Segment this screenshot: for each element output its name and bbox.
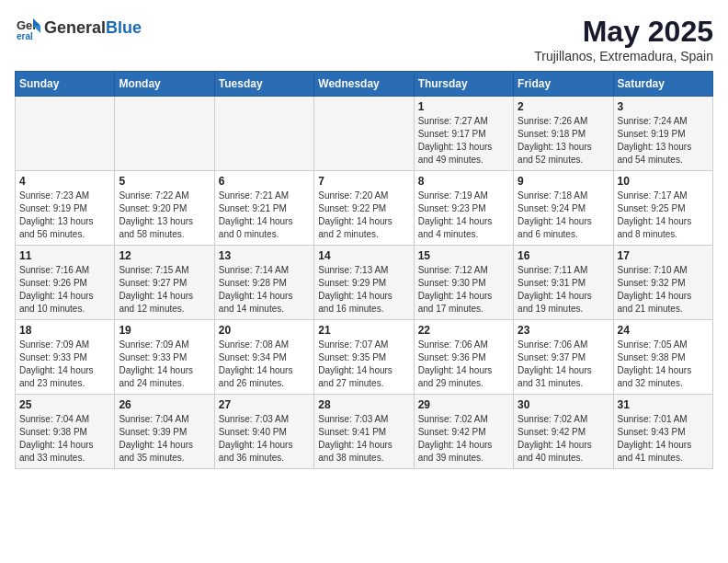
day-number: 22 [418, 324, 509, 337]
day-number: 7 [318, 175, 409, 188]
day-header-thursday: Thursday [414, 72, 513, 97]
calendar-cell: 20Sunrise: 7:08 AM Sunset: 9:34 PM Dayli… [214, 320, 313, 395]
day-header-tuesday: Tuesday [214, 72, 313, 97]
calendar-cell [314, 97, 414, 171]
calendar-cell: 29Sunrise: 7:02 AM Sunset: 9:42 PM Dayli… [414, 395, 513, 469]
calendar-cell: 12Sunrise: 7:15 AM Sunset: 9:27 PM Dayli… [115, 246, 214, 320]
calendar-cell: 25Sunrise: 7:04 AM Sunset: 9:38 PM Dayli… [16, 395, 115, 469]
day-number: 12 [119, 249, 210, 262]
day-info: Sunrise: 7:10 AM Sunset: 9:32 PM Dayligh… [618, 264, 709, 316]
day-number: 10 [618, 175, 709, 188]
day-number: 21 [318, 324, 409, 337]
day-number: 17 [618, 249, 709, 262]
day-number: 6 [219, 175, 310, 188]
logo-text-general: General [44, 18, 106, 37]
day-info: Sunrise: 7:04 AM Sunset: 9:39 PM Dayligh… [119, 413, 210, 465]
title-area: May 2025 Trujillanos, Extremadura, Spain [534, 15, 713, 63]
day-number: 30 [518, 398, 609, 411]
day-number: 19 [119, 324, 210, 337]
calendar-cell: 22Sunrise: 7:06 AM Sunset: 9:36 PM Dayli… [414, 320, 513, 395]
day-info: Sunrise: 7:21 AM Sunset: 9:21 PM Dayligh… [219, 190, 310, 241]
day-info: Sunrise: 7:27 AM Sunset: 9:17 PM Dayligh… [418, 115, 509, 167]
logo-text-blue: Blue [106, 18, 142, 37]
day-info: Sunrise: 7:07 AM Sunset: 9:35 PM Dayligh… [318, 339, 409, 390]
day-number: 31 [618, 398, 709, 411]
day-number: 5 [119, 175, 210, 188]
day-number: 27 [219, 398, 310, 411]
calendar-cell: 27Sunrise: 7:03 AM Sunset: 9:40 PM Dayli… [214, 395, 313, 469]
calendar-body: 1Sunrise: 7:27 AM Sunset: 9:17 PM Daylig… [16, 97, 713, 469]
calendar-cell: 9Sunrise: 7:18 AM Sunset: 9:24 PM Daylig… [514, 171, 613, 246]
day-header-friday: Friday [514, 72, 613, 97]
calendar-header-row: SundayMondayTuesdayWednesdayThursdayFrid… [16, 72, 713, 97]
day-info: Sunrise: 7:15 AM Sunset: 9:27 PM Dayligh… [119, 264, 210, 316]
calendar-cell: 19Sunrise: 7:09 AM Sunset: 9:33 PM Dayli… [115, 320, 214, 395]
main-title: May 2025 [534, 15, 713, 49]
day-info: Sunrise: 7:03 AM Sunset: 9:41 PM Dayligh… [318, 413, 409, 465]
day-number: 18 [19, 324, 110, 337]
day-number: 8 [418, 175, 509, 188]
day-number: 3 [618, 100, 709, 113]
calendar-week-row: 4Sunrise: 7:23 AM Sunset: 9:19 PM Daylig… [16, 171, 713, 246]
day-info: Sunrise: 7:09 AM Sunset: 9:33 PM Dayligh… [19, 339, 110, 390]
day-number: 15 [418, 249, 509, 262]
day-number: 14 [318, 249, 409, 262]
calendar-cell: 1Sunrise: 7:27 AM Sunset: 9:17 PM Daylig… [414, 97, 513, 171]
calendar-cell: 23Sunrise: 7:06 AM Sunset: 9:37 PM Dayli… [514, 320, 613, 395]
day-number: 9 [518, 175, 609, 188]
calendar-cell: 11Sunrise: 7:16 AM Sunset: 9:26 PM Dayli… [16, 246, 115, 320]
day-info: Sunrise: 7:19 AM Sunset: 9:23 PM Dayligh… [418, 190, 509, 241]
calendar-cell: 26Sunrise: 7:04 AM Sunset: 9:39 PM Dayli… [115, 395, 214, 469]
calendar-cell: 18Sunrise: 7:09 AM Sunset: 9:33 PM Dayli… [16, 320, 115, 395]
calendar-cell: 30Sunrise: 7:02 AM Sunset: 9:42 PM Dayli… [514, 395, 613, 469]
calendar-week-row: 18Sunrise: 7:09 AM Sunset: 9:33 PM Dayli… [16, 320, 713, 395]
calendar-cell: 3Sunrise: 7:24 AM Sunset: 9:19 PM Daylig… [613, 97, 712, 171]
day-info: Sunrise: 7:03 AM Sunset: 9:40 PM Dayligh… [219, 413, 310, 465]
day-header-wednesday: Wednesday [314, 72, 414, 97]
calendar-cell: 15Sunrise: 7:12 AM Sunset: 9:30 PM Dayli… [414, 246, 513, 320]
day-info: Sunrise: 7:01 AM Sunset: 9:43 PM Dayligh… [618, 413, 709, 465]
day-number: 29 [418, 398, 509, 411]
day-number: 24 [618, 324, 709, 337]
day-number: 4 [19, 175, 110, 188]
day-info: Sunrise: 7:12 AM Sunset: 9:30 PM Dayligh… [418, 264, 509, 316]
calendar-cell: 17Sunrise: 7:10 AM Sunset: 9:32 PM Dayli… [613, 246, 712, 320]
calendar-table: SundayMondayTuesdayWednesdayThursdayFrid… [15, 71, 713, 469]
day-info: Sunrise: 7:08 AM Sunset: 9:34 PM Dayligh… [219, 339, 310, 390]
logo-icon: Gen eral [15, 15, 40, 40]
calendar-cell [16, 97, 115, 171]
day-number: 20 [219, 324, 310, 337]
day-info: Sunrise: 7:11 AM Sunset: 9:31 PM Dayligh… [518, 264, 609, 316]
calendar-week-row: 25Sunrise: 7:04 AM Sunset: 9:38 PM Dayli… [16, 395, 713, 469]
calendar-cell: 24Sunrise: 7:05 AM Sunset: 9:38 PM Dayli… [613, 320, 712, 395]
day-number: 28 [318, 398, 409, 411]
day-number: 26 [119, 398, 210, 411]
day-info: Sunrise: 7:22 AM Sunset: 9:20 PM Dayligh… [119, 190, 210, 241]
sub-title: Trujillanos, Extremadura, Spain [534, 49, 713, 63]
calendar-week-row: 11Sunrise: 7:16 AM Sunset: 9:26 PM Dayli… [16, 246, 713, 320]
day-number: 23 [518, 324, 609, 337]
day-info: Sunrise: 7:14 AM Sunset: 9:28 PM Dayligh… [219, 264, 310, 316]
day-number: 25 [19, 398, 110, 411]
day-info: Sunrise: 7:06 AM Sunset: 9:36 PM Dayligh… [418, 339, 509, 390]
day-info: Sunrise: 7:20 AM Sunset: 9:22 PM Dayligh… [318, 190, 409, 241]
day-info: Sunrise: 7:02 AM Sunset: 9:42 PM Dayligh… [518, 413, 609, 465]
day-info: Sunrise: 7:16 AM Sunset: 9:26 PM Dayligh… [19, 264, 110, 316]
day-number: 1 [418, 100, 509, 113]
calendar-cell: 6Sunrise: 7:21 AM Sunset: 9:21 PM Daylig… [214, 171, 313, 246]
day-info: Sunrise: 7:18 AM Sunset: 9:24 PM Dayligh… [518, 190, 609, 241]
day-number: 16 [518, 249, 609, 262]
day-info: Sunrise: 7:09 AM Sunset: 9:33 PM Dayligh… [119, 339, 210, 390]
calendar-cell: 31Sunrise: 7:01 AM Sunset: 9:43 PM Dayli… [613, 395, 712, 469]
day-info: Sunrise: 7:13 AM Sunset: 9:29 PM Dayligh… [318, 264, 409, 316]
calendar-cell: 13Sunrise: 7:14 AM Sunset: 9:28 PM Dayli… [214, 246, 313, 320]
day-info: Sunrise: 7:17 AM Sunset: 9:25 PM Dayligh… [618, 190, 709, 241]
day-info: Sunrise: 7:04 AM Sunset: 9:38 PM Dayligh… [19, 413, 110, 465]
calendar-cell: 4Sunrise: 7:23 AM Sunset: 9:19 PM Daylig… [16, 171, 115, 246]
day-header-monday: Monday [115, 72, 214, 97]
calendar-cell: 28Sunrise: 7:03 AM Sunset: 9:41 PM Dayli… [314, 395, 414, 469]
calendar-cell: 5Sunrise: 7:22 AM Sunset: 9:20 PM Daylig… [115, 171, 214, 246]
day-number: 13 [219, 249, 310, 262]
day-number: 11 [19, 249, 110, 262]
logo: Gen eral GeneralBlue [15, 15, 142, 40]
